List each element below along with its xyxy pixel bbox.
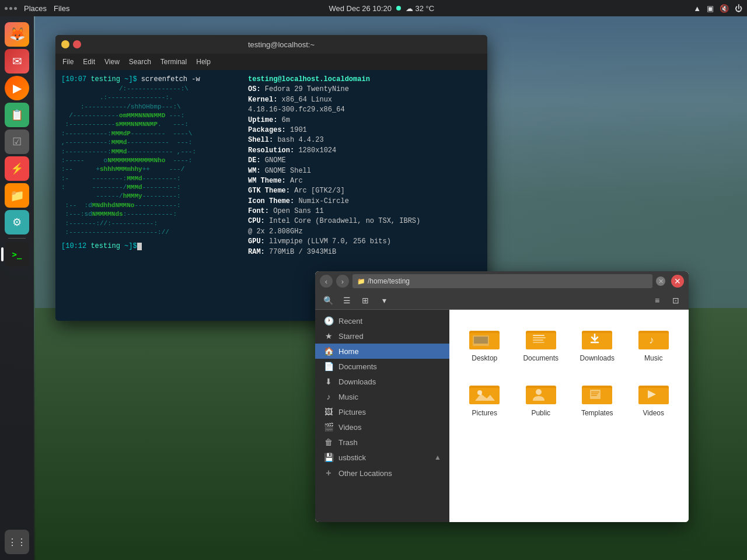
downloads-icon: ⬇ [323,377,334,386]
folder-pictures[interactable]: Pictures [461,376,508,422]
svg-rect-4 [474,337,488,344]
filemanager-menu-btn[interactable]: ≡ [649,293,665,308]
dock-icon-player[interactable]: ▶ [5,76,29,100]
dock-icon-tasks[interactable]: ☑ [5,130,29,154]
other-locations-icon: + [323,468,334,478]
sidebar-item-other-locations[interactable]: + Other Locations [315,465,449,481]
terminal-menu-file[interactable]: File [62,58,74,66]
folder-public[interactable]: Public [518,376,565,422]
sidebar-item-other-locations-label: Other Locations [338,469,392,478]
svg-rect-30 [638,388,669,404]
sidebar-item-downloads-label: Downloads [338,377,376,386]
eject-btn[interactable]: ▲ [434,453,441,461]
folder-icon: 📁 [357,278,365,285]
folder-videos[interactable]: Videos [630,376,678,422]
sidebar-item-home-label: Home [338,347,359,356]
home-icon: 🏠 [323,346,334,356]
sidebar-item-trash-label: Trash [338,438,358,447]
sidebar-item-starred[interactable]: ★ Starred [315,328,449,344]
filemanager-titlebar: ‹ › 📁 /home/testing ✕ ✕ [315,271,689,291]
filemanager-address-bar[interactable]: 📁 /home/testing [352,274,652,288]
filemanager-search-btn[interactable]: 🔍 [320,293,336,308]
filemanager-toolbar: 🔍 ☰ ⊞ ▾ ≡ ⊡ [315,291,689,310]
sidebar-item-usbstick[interactable]: 💾 usbstick ▲ [315,450,449,465]
filemanager-expand-btn[interactable]: ⊡ [668,293,684,308]
terminal-titlebar: testing@localhost:~ [55,35,487,54]
folder-videos-label: Videos [643,409,664,417]
terminal-menubar: File Edit View Search Terminal Help [55,54,487,70]
dock-icon-settings[interactable]: ⚙ [5,210,29,235]
svg-rect-10 [533,342,544,343]
folder-downloads-icon [582,326,612,351]
svg-point-22 [536,389,542,395]
topbar-tray-sound[interactable]: 🔇 [720,4,729,13]
sidebar-item-videos[interactable]: 🎬 Videos [315,419,449,435]
folder-downloads[interactable]: Downloads [574,321,621,367]
folder-desktop-label: Desktop [472,354,497,362]
dock-icon-mail[interactable]: ✉ [5,49,29,74]
dock-icon-apps[interactable]: ⋮⋮ [5,530,29,554]
sidebar-item-music[interactable]: ♪ Music [315,389,449,404]
svg-rect-8 [533,337,546,338]
terminal-menu-view[interactable]: View [104,58,120,66]
dock-icon-notes[interactable]: 📋 [5,103,29,127]
music-icon: ♪ [323,392,334,401]
filemanager-grid: Desktop Documents [461,321,677,422]
topbar-menu-dots[interactable] [5,7,17,10]
folder-pictures-label: Pictures [472,409,497,417]
dock-icon-firefox[interactable]: 🦊 [5,22,29,47]
folder-desktop[interactable]: Desktop [461,321,508,367]
terminal-menu-terminal[interactable]: Terminal [160,58,187,66]
topbar-files[interactable]: Files [54,4,69,13]
folder-documents-icon [526,326,556,351]
sidebar-item-trash[interactable]: 🗑 Trash [315,435,449,450]
terminal-menu-help[interactable]: Help [196,58,211,66]
documents-icon: 📄 [323,362,334,371]
dock-separator [8,238,26,239]
topbar-tray-power[interactable]: ⏻ [735,4,742,13]
dock-icon-files[interactable]: 📁 [5,183,29,208]
videos-icon: 🎬 [323,422,334,432]
topbar-tray-eject[interactable]: ▲ [693,4,701,13]
svg-rect-12 [582,333,612,349]
topbar-weather: ☁ 32 °C [406,4,434,13]
svg-rect-25 [590,390,601,399]
topbar-datetime: Wed Dec 26 10:20 [329,4,391,13]
sidebar-item-home[interactable]: 🏠 Home [315,344,449,359]
folder-templates[interactable]: Templates [574,376,621,422]
folder-music[interactable]: ♪ Music [630,321,678,367]
terminal-menu-search[interactable]: Search [129,58,151,66]
terminal-menu-edit[interactable]: Edit [83,58,95,66]
sidebar-item-usbstick-label: usbstick [338,453,366,462]
folder-downloads-label: Downloads [580,354,615,362]
filemanager-back-btn[interactable]: ‹ [320,275,333,288]
folder-pictures-icon [469,381,500,405]
status-indicator [396,6,401,10]
pictures-icon: 🖼 [323,407,334,416]
filemanager-clear-btn[interactable]: ✕ [656,276,665,286]
dock-icon-adb[interactable]: ⚡ [5,156,29,181]
folder-documents-label: Documents [523,354,558,362]
filemanager-sort-btn[interactable]: ▾ [376,293,392,308]
sidebar-item-downloads[interactable]: ⬇ Downloads [315,374,449,389]
sidebar-item-starred-label: Starred [338,332,364,341]
sidebar-item-documents[interactable]: 📄 Documents [315,359,449,374]
filemanager-view-grid-btn[interactable]: ⊞ [357,293,374,308]
dock-icon-terminal[interactable]: >_ [5,242,29,267]
svg-rect-9 [533,340,543,341]
filemanager-view-list-btn[interactable]: ☰ [338,293,355,308]
filemanager-forward-btn[interactable]: › [336,275,349,288]
sidebar-item-pictures[interactable]: 🖼 Pictures [315,404,449,419]
folder-templates-icon [582,381,612,405]
terminal-close-btn[interactable] [73,40,81,48]
folder-documents[interactable]: Documents [518,321,565,367]
topbar-tray-display[interactable]: ▣ [707,4,714,13]
filemanager-body: 🕐 Recent ★ Starred 🏠 Home 📄 Documents ⬇ … [315,310,689,522]
recent-icon: 🕐 [323,316,334,326]
sidebar-item-recent[interactable]: 🕐 Recent [315,313,449,328]
terminal-minimize-btn[interactable] [61,40,69,48]
filemanager-sidebar: 🕐 Recent ★ Starred 🏠 Home 📄 Documents ⬇ … [315,310,449,522]
dock: 🦊 ✉ ▶ 📋 ☑ ⚡ 📁 ⚙ >_ ⋮⋮ [0,16,34,560]
filemanager-close-btn[interactable]: ✕ [671,275,684,288]
topbar-places[interactable]: Places [24,4,47,13]
